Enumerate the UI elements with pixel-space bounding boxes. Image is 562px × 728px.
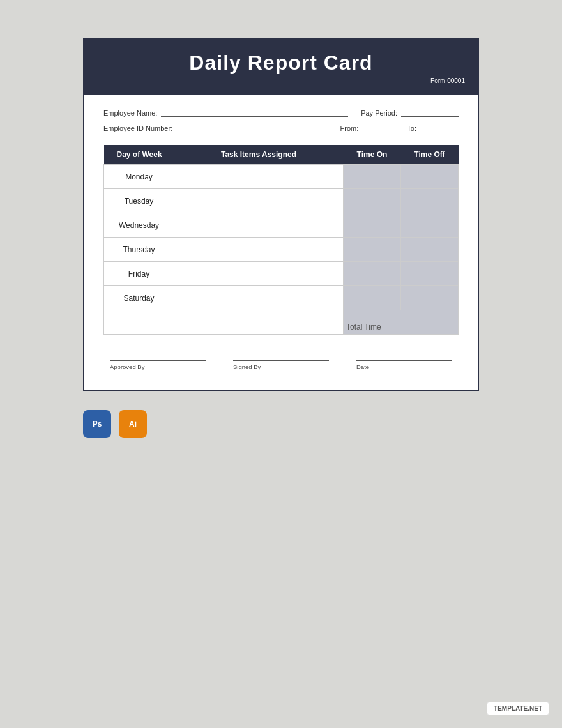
col-header-time-off: Time Off bbox=[401, 145, 459, 165]
employee-name-label: Employee Name: bbox=[103, 109, 157, 117]
pay-period-label: Pay Period: bbox=[361, 109, 397, 117]
time-on-tuesday[interactable] bbox=[344, 189, 401, 213]
employee-name-line[interactable] bbox=[161, 108, 348, 117]
col-header-time-on: Time On bbox=[344, 145, 401, 165]
to-line[interactable] bbox=[420, 123, 459, 132]
ps-label: Ps bbox=[93, 420, 102, 428]
fields-section: Employee Name: Pay Period: Employee ID N… bbox=[103, 108, 459, 132]
field-row-1: Employee Name: Pay Period: bbox=[103, 108, 459, 117]
time-off-wednesday[interactable] bbox=[401, 213, 459, 238]
time-off-friday[interactable] bbox=[401, 262, 459, 286]
from-label: From: bbox=[340, 125, 359, 132]
time-off-monday[interactable] bbox=[401, 165, 459, 189]
col-header-task: Task Items Assigned bbox=[174, 145, 344, 165]
to-label: To: bbox=[407, 125, 416, 132]
date-label: Date bbox=[356, 363, 369, 370]
time-off-saturday[interactable] bbox=[401, 286, 459, 310]
day-saturday: Saturday bbox=[104, 286, 174, 310]
form-number: Form 00001 bbox=[97, 77, 465, 84]
table-row: Monday bbox=[104, 165, 459, 189]
time-off-tuesday[interactable] bbox=[401, 189, 459, 213]
day-tuesday: Tuesday bbox=[104, 189, 174, 213]
day-friday: Friday bbox=[104, 262, 174, 286]
table-row: Thursday bbox=[104, 238, 459, 262]
time-on-thursday[interactable] bbox=[344, 238, 401, 262]
table-row: Friday bbox=[104, 262, 459, 286]
signatures-section: Approved By Signed By Date bbox=[103, 360, 459, 370]
ps-icon-badge[interactable]: Ps bbox=[83, 410, 111, 438]
total-row: Total Time bbox=[104, 310, 459, 335]
signed-label: Signed By bbox=[233, 363, 261, 370]
ai-label: Ai bbox=[129, 420, 137, 428]
time-on-monday[interactable] bbox=[344, 165, 401, 189]
task-tuesday[interactable] bbox=[174, 189, 344, 213]
signed-by-block: Signed By bbox=[233, 360, 329, 370]
pay-period-line[interactable] bbox=[401, 108, 459, 117]
document-card: Daily Report Card Form 00001 Employee Na… bbox=[83, 38, 479, 391]
total-empty bbox=[104, 310, 344, 335]
employee-id-line[interactable] bbox=[176, 123, 327, 132]
task-monday[interactable] bbox=[174, 165, 344, 189]
task-wednesday[interactable] bbox=[174, 213, 344, 238]
time-on-saturday[interactable] bbox=[344, 286, 401, 310]
date-line bbox=[356, 360, 452, 361]
table-row: Saturday bbox=[104, 286, 459, 310]
document-title: Daily Report Card bbox=[97, 51, 465, 75]
total-time-label: Total Time bbox=[344, 310, 459, 335]
date-block: Date bbox=[356, 360, 452, 370]
document-header: Daily Report Card Form 00001 bbox=[84, 40, 478, 95]
document-body: Employee Name: Pay Period: Employee ID N… bbox=[84, 95, 478, 390]
table-row: Wednesday bbox=[104, 213, 459, 238]
day-monday: Monday bbox=[104, 165, 174, 189]
task-friday[interactable] bbox=[174, 262, 344, 286]
day-wednesday: Wednesday bbox=[104, 213, 174, 238]
approved-line bbox=[110, 360, 206, 361]
template-net-badge: TEMPLATE.NET bbox=[487, 702, 549, 715]
day-thursday: Thursday bbox=[104, 238, 174, 262]
approved-label: Approved By bbox=[110, 363, 144, 370]
field-row-2: Employee ID Number: From: To: bbox=[103, 123, 459, 132]
task-thursday[interactable] bbox=[174, 238, 344, 262]
time-off-thursday[interactable] bbox=[401, 238, 459, 262]
bottom-icons: Ps Ai bbox=[83, 410, 147, 438]
employee-id-label: Employee ID Number: bbox=[103, 125, 172, 132]
table-row: Tuesday bbox=[104, 189, 459, 213]
task-saturday[interactable] bbox=[174, 286, 344, 310]
approved-by-block: Approved By bbox=[110, 360, 206, 370]
report-table: Day of Week Task Items Assigned Time On … bbox=[103, 145, 459, 335]
time-on-friday[interactable] bbox=[344, 262, 401, 286]
signed-line bbox=[233, 360, 329, 361]
col-header-day: Day of Week bbox=[104, 145, 174, 165]
ai-icon-badge[interactable]: Ai bbox=[119, 410, 147, 438]
time-on-wednesday[interactable] bbox=[344, 213, 401, 238]
from-line[interactable] bbox=[362, 123, 400, 132]
table-header-row: Day of Week Task Items Assigned Time On … bbox=[104, 145, 459, 165]
